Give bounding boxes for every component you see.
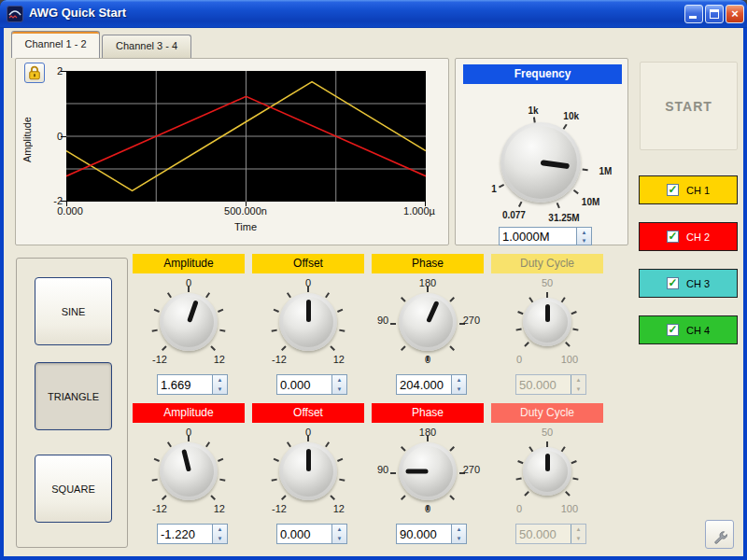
frequency-scale-label: 1	[491, 183, 497, 193]
knob-pointer	[306, 300, 311, 322]
spin-up-button[interactable]: ▲	[332, 525, 346, 534]
tab-channel-3-4[interactable]: Channel 3 - 4	[102, 35, 191, 58]
knob-phase[interactable]	[399, 293, 457, 351]
triangle-button[interactable]: TRIANGLE	[35, 362, 112, 430]
knob-scale-top-label: 50	[491, 277, 603, 290]
value-spinbox: ▲▼	[396, 524, 467, 544]
knob-tick	[307, 287, 309, 292]
knob-offset[interactable]	[279, 442, 337, 500]
frequency-header: Frequency	[463, 64, 622, 84]
frequency-scale-label: 1k	[529, 105, 539, 115]
settings-button[interactable]	[705, 520, 734, 549]
spin-down-button[interactable]: ▼	[332, 534, 346, 543]
control-header: Offset	[252, 254, 364, 273]
knob-amplitude[interactable]	[160, 442, 218, 500]
knob-tick	[281, 495, 287, 500]
spin-up-button[interactable]: ▲	[452, 525, 466, 534]
spin-up-button[interactable]: ▲	[213, 375, 227, 385]
checkbox[interactable]: ✓	[667, 231, 679, 243]
frequency-knob[interactable]	[500, 122, 581, 203]
spin-down-button[interactable]: ▼	[213, 385, 227, 394]
knob-scale-bottom-labels: 0100	[516, 354, 578, 369]
titlebar[interactable]: AWG Quick Start ×	[0, 0, 747, 28]
channel-toggle-ch2[interactable]: ✓CH 2	[639, 222, 738, 251]
knob-duty-cycle[interactable]	[523, 447, 571, 496]
spin-down-button[interactable]: ▼	[577, 236, 591, 245]
maximize-icon	[710, 9, 719, 19]
plot-area[interactable]	[66, 71, 426, 202]
spin-down-button[interactable]: ▼	[452, 534, 466, 543]
close-button[interactable]: ×	[726, 5, 744, 23]
knob-tick	[524, 342, 529, 347]
knob-area	[491, 440, 603, 503]
spin-down-button[interactable]: ▼	[332, 385, 346, 394]
knob-pointer	[545, 304, 550, 322]
square-button[interactable]: SQUARE	[35, 455, 112, 523]
spin-up-button[interactable]: ▲	[577, 228, 591, 236]
knob-scale-max-label: 100	[561, 503, 578, 518]
frequency-scale-label: 31.25M	[548, 212, 579, 222]
checkbox[interactable]: ✓	[667, 324, 679, 336]
channel-toggle-ch1[interactable]: ✓CH 1	[639, 175, 738, 204]
spin-down-button[interactable]: ▼	[213, 534, 227, 543]
knob-offset[interactable]	[279, 293, 337, 351]
knob-tick	[546, 441, 548, 447]
knob-tick	[401, 446, 406, 452]
value-input[interactable]	[397, 525, 451, 543]
spin-up-button[interactable]: ▲	[332, 375, 346, 385]
channel-toggle-ch4[interactable]: ✓CH 4	[639, 315, 738, 344]
value-spinbox: ▲▼	[157, 524, 228, 544]
knob-tick	[449, 495, 455, 500]
knob-scale-right-label: 270	[463, 464, 480, 475]
knob-tick	[205, 292, 210, 298]
sine-button[interactable]: SINE	[35, 277, 112, 345]
frequency-panel: Frequency ▲ ▼ 0.07711k10k1M10M31.25M	[455, 58, 628, 245]
knob-phase[interactable]	[399, 442, 457, 500]
spinner: ▲▼	[212, 525, 227, 543]
knob-tick	[219, 329, 225, 332]
check-icon: ✓	[668, 325, 677, 334]
control-header: Amplitude	[133, 403, 245, 423]
knob-tick	[274, 458, 279, 462]
value-input[interactable]	[397, 375, 451, 394]
value-input[interactable]	[277, 375, 331, 394]
tab-channel-1-2[interactable]: Channel 1 - 2	[11, 31, 100, 58]
frequency-value-input[interactable]	[500, 228, 576, 245]
knob-tick	[533, 117, 536, 122]
spin-up-button[interactable]: ▲	[452, 375, 466, 385]
checkbox[interactable]: ✓	[667, 277, 679, 289]
check-icon: ✓	[668, 278, 677, 287]
channel-toggle-ch3[interactable]: ✓CH 3	[639, 269, 738, 298]
value-input[interactable]	[277, 525, 331, 543]
checkbox[interactable]: ✓	[667, 184, 679, 196]
knob-tick	[524, 491, 529, 497]
spin-up-button[interactable]: ▲	[213, 525, 227, 534]
minimize-button[interactable]	[684, 5, 703, 23]
spinner: ▲▼	[331, 375, 346, 394]
value-spinbox: ▲▼	[276, 524, 347, 544]
knob-area	[252, 290, 364, 354]
value-input[interactable]	[158, 375, 212, 394]
x-tick-label: 1.000µ	[403, 205, 435, 217]
knob-tick	[515, 328, 521, 330]
knob-tick	[272, 479, 277, 482]
y-tick-label: 2	[42, 65, 63, 77]
knob-scale-bottom-labels: -1212	[152, 354, 225, 369]
spin-down-button: ▼	[571, 385, 585, 394]
knob-area: 90270	[372, 440, 484, 503]
maximize-button[interactable]	[705, 5, 724, 23]
check-icon: ✓	[668, 231, 677, 241]
knob-pointer	[181, 449, 191, 471]
knob-duty-cycle[interactable]	[523, 298, 571, 346]
value-spinbox: ▲▼	[396, 374, 467, 395]
knob-tick	[390, 472, 396, 474]
knob-tick	[427, 436, 429, 441]
knob-amplitude[interactable]	[160, 293, 218, 351]
spin-down-button[interactable]: ▼	[452, 385, 466, 394]
control-header: Phase	[372, 254, 484, 273]
start-button[interactable]: START	[640, 62, 738, 150]
control-ch1-offset: Offset0-1212▲▼	[252, 254, 364, 395]
control-ch2-duty-cycle: Duty Cycle500100▲▼	[491, 403, 603, 544]
knob-tick	[167, 292, 172, 298]
value-input[interactable]	[158, 525, 212, 543]
